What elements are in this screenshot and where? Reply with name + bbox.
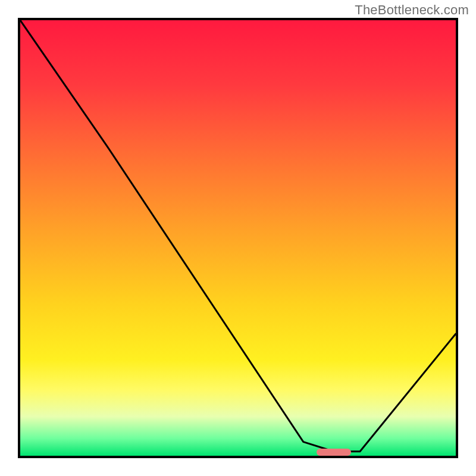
optimum-marker bbox=[317, 449, 352, 456]
bottleneck-curve bbox=[20, 20, 456, 456]
watermark-text: TheBottleneck.com bbox=[355, 2, 469, 18]
chart-area bbox=[18, 18, 458, 458]
